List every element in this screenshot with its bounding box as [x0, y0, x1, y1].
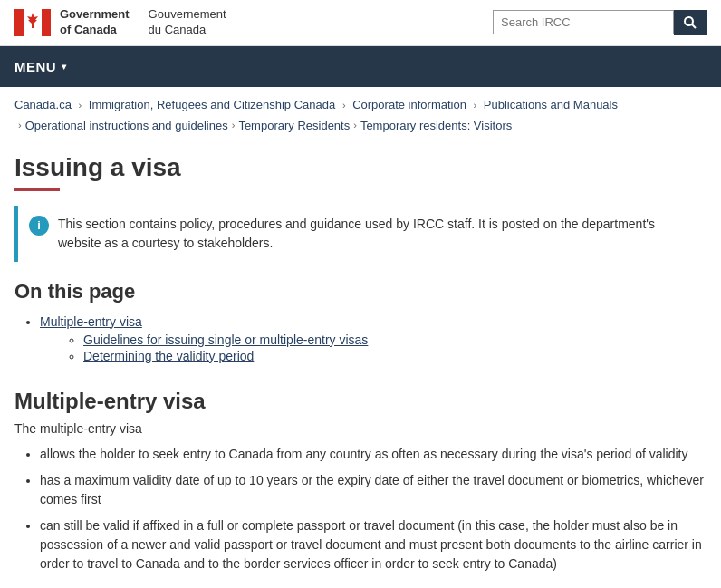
on-this-page-sublist: Guidelines for issuing single or multipl…: [40, 333, 707, 363]
svg-rect-4: [32, 24, 34, 28]
menu-label: MENU: [14, 59, 56, 74]
breadcrumb-sep-5: ›: [232, 117, 236, 135]
on-this-page-link-validity[interactable]: Determining the validity period: [83, 349, 254, 363]
on-this-page-heading: On this page: [14, 280, 707, 304]
breadcrumb-sep-3: ›: [474, 100, 477, 111]
government-name-fr: Gouvernementdu Canada: [139, 7, 226, 38]
breadcrumb-sep-6: ›: [353, 117, 357, 135]
multi-entry-list: allows the holder to seek entry to Canad…: [14, 445, 707, 574]
breadcrumb: Canada.ca › Immigration, Refugees and Ci…: [0, 87, 721, 144]
info-box-text: This section contains policy, procedures…: [58, 215, 696, 253]
breadcrumb-canada[interactable]: Canada.ca: [14, 98, 72, 111]
chevron-down-icon: ▾: [62, 62, 67, 72]
list-item: Guidelines for issuing single or multipl…: [83, 333, 707, 347]
multi-entry-section: Multiple-entry visa The multiple-entry v…: [14, 389, 707, 574]
breadcrumb-sep-1: ›: [79, 100, 82, 111]
svg-point-5: [685, 17, 693, 25]
breadcrumb-ircc[interactable]: Immigration, Refugees and Citizenship Ca…: [89, 98, 335, 111]
canada-flag-icon: [14, 9, 51, 36]
multi-entry-heading: Multiple-entry visa: [14, 389, 707, 414]
nav-bar: MENU ▾: [0, 46, 721, 87]
search-button[interactable]: [674, 10, 707, 35]
svg-line-6: [692, 24, 696, 28]
on-this-page-link-guidelines[interactable]: Guidelines for issuing single or multipl…: [83, 333, 368, 347]
gov-name-en: Governmentof Canada: [60, 7, 130, 36]
list-item: has a maximum validity date of up to 10 …: [40, 471, 707, 509]
list-item: Determining the validity period: [83, 349, 707, 363]
search-area: [493, 10, 707, 35]
search-icon: [683, 15, 697, 30]
info-box: i This section contains policy, procedur…: [14, 206, 707, 262]
svg-rect-0: [14, 9, 24, 36]
list-item: can still be valid if affixed in a full …: [40, 516, 707, 574]
main-content: Issuing a visa i This section contains p…: [0, 144, 721, 588]
breadcrumb-temp-residents[interactable]: Temporary Residents: [238, 115, 350, 136]
list-item: Multiple-entry visa Guidelines for issui…: [40, 314, 707, 363]
breadcrumb-sep-4: ›: [18, 117, 22, 135]
multi-entry-intro: The multiple-entry visa: [14, 421, 707, 436]
info-icon: i: [29, 216, 49, 236]
on-this-page-list: Multiple-entry visa Guidelines for issui…: [14, 314, 707, 363]
svg-rect-2: [42, 9, 51, 36]
breadcrumb-sep-2: ›: [342, 100, 346, 111]
breadcrumb-publications[interactable]: Publications and Manuals: [484, 98, 618, 111]
gov-name-fr: Gouvernementdu Canada: [149, 7, 226, 36]
breadcrumb-operational[interactable]: Operational instructions and guidelines: [25, 115, 228, 136]
menu-button[interactable]: MENU ▾: [14, 46, 67, 87]
government-name: Governmentof Canada: [60, 7, 130, 38]
breadcrumb-corporate[interactable]: Corporate information: [352, 98, 466, 111]
on-this-page-section: On this page Multiple-entry visa Guideli…: [14, 280, 707, 363]
site-header: Governmentof Canada Gouvernementdu Canad…: [0, 0, 721, 46]
red-divider: [14, 188, 60, 191]
logo-area: Governmentof Canada Gouvernementdu Canad…: [14, 7, 226, 38]
on-this-page-link-multi-entry[interactable]: Multiple-entry visa: [40, 314, 142, 329]
list-item: allows the holder to seek entry to Canad…: [40, 445, 707, 464]
breadcrumb-visitors[interactable]: Temporary residents: Visitors: [360, 115, 512, 136]
page-title: Issuing a visa: [14, 153, 707, 182]
search-input[interactable]: [493, 10, 674, 34]
